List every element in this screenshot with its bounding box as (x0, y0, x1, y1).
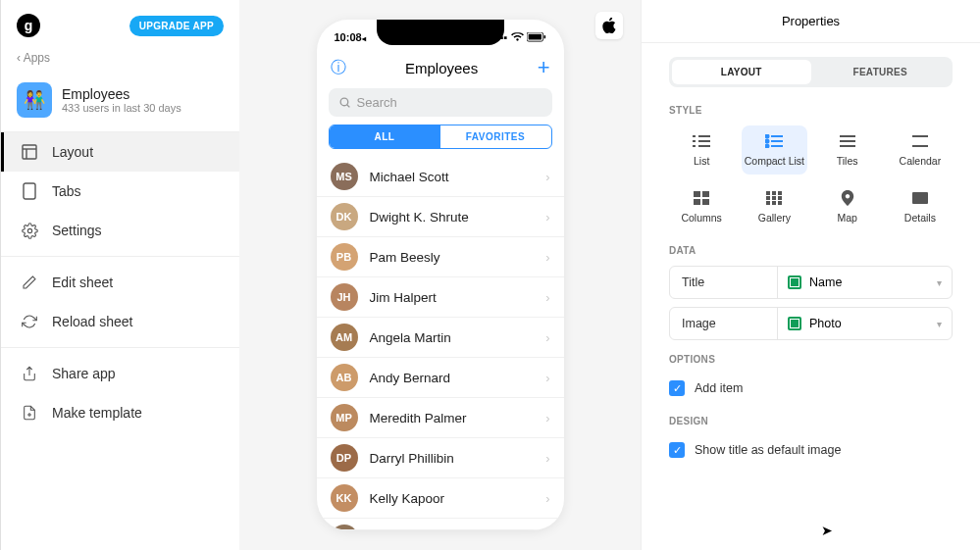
edit-sheet[interactable]: Edit sheet (1, 263, 239, 302)
search-placeholder: Search (357, 95, 397, 110)
style-icon (838, 190, 857, 206)
style-label: List (694, 155, 709, 167)
data-field-image[interactable]: ImagePhoto▾ (669, 307, 953, 340)
list-item[interactable]: JHJim Halpert› (317, 277, 564, 318)
employee-name: Darryl Phillibin (370, 451, 535, 466)
section-design: DESIGN (669, 416, 953, 426)
style-label: Details (904, 212, 936, 224)
upgrade-button[interactable]: UPGRADE APP (129, 16, 224, 36)
section-style: STYLE (669, 105, 953, 116)
svg-rect-33 (694, 191, 700, 197)
nav-tabs[interactable]: Tabs (1, 172, 239, 211)
style-label: Calendar (900, 155, 942, 167)
svg-rect-0 (23, 145, 36, 159)
chevron-right-icon: › (545, 210, 549, 225)
svg-point-10 (340, 98, 348, 106)
segment-all[interactable]: ALL (330, 125, 440, 148)
back-to-apps[interactable]: ‹ Apps (1, 43, 239, 76)
svg-rect-44 (772, 201, 776, 205)
style-compact-list[interactable]: Compact List (742, 125, 806, 175)
chevron-right-icon: › (545, 411, 549, 425)
reload-sheet[interactable]: Reload sheet (1, 302, 239, 341)
svg-rect-45 (778, 201, 782, 205)
segment-favorites[interactable]: FAVORITES (440, 125, 551, 148)
nav-settings[interactable]: Settings (1, 211, 239, 250)
employee-name: Meredith Palmer (370, 411, 535, 425)
style-tiles[interactable]: Tiles (815, 125, 880, 175)
list-item[interactable]: MPMeredith Palmer› (317, 398, 564, 438)
style-gallery[interactable]: Gallery (742, 182, 806, 231)
screen-title: Employees (405, 60, 478, 76)
employee-name: Angela Martin (370, 330, 535, 345)
app-card[interactable]: 👫 Employees 433 users in last 30 days (1, 76, 239, 131)
employee-list: MSMichael Scott›DKDwight K. Shrute›PBPam… (317, 157, 564, 529)
svg-rect-38 (772, 191, 776, 195)
phone-preview: 10:08◂ ▪▪▪▪ ⓘ Employees + Search ALL FAV… (317, 20, 564, 530)
style-calendar[interactable]: Calendar (888, 125, 953, 175)
checkbox-icon[interactable]: ✓ (669, 380, 685, 396)
svg-rect-3 (24, 183, 35, 199)
wifi-icon (511, 32, 524, 42)
employee-name: Jim Halpert (370, 290, 535, 305)
platform-apple-button[interactable] (595, 12, 623, 39)
style-label: Map (837, 212, 856, 224)
layout-icon (21, 143, 38, 161)
section-options: OPTIONS (669, 354, 953, 365)
search-input[interactable]: Search (329, 88, 552, 117)
svg-rect-43 (766, 201, 770, 205)
list-item[interactable]: ABAndy Bernard› (317, 358, 564, 398)
list-item[interactable]: CBCreed Bratton› (317, 519, 564, 529)
list-item[interactable]: AMAngela Martin› (317, 318, 564, 358)
svg-rect-42 (778, 196, 782, 200)
svg-point-26 (766, 145, 769, 148)
preview-area: 10:08◂ ▪▪▪▪ ⓘ Employees + Search ALL FAV… (239, 0, 641, 550)
nav-layout[interactable]: Layout (1, 132, 239, 172)
svg-rect-36 (702, 199, 709, 205)
sidebar: g UPGRADE APP ‹ Apps 👫 Employees 433 use… (0, 0, 239, 550)
list-item[interactable]: DKDwight K. Shrute› (317, 197, 564, 237)
option-add-item[interactable]: ✓ Add item (669, 375, 953, 402)
list-item[interactable]: PBPam Beesly› (317, 237, 564, 277)
svg-rect-46 (912, 192, 928, 204)
style-label: Columns (681, 212, 721, 224)
chevron-right-icon: › (545, 330, 549, 345)
info-icon[interactable]: ⓘ (331, 58, 346, 78)
svg-point-4 (27, 228, 31, 232)
style-details[interactable]: Details (888, 182, 953, 231)
style-columns[interactable]: Columns (669, 182, 734, 231)
list-item[interactable]: MSMichael Scott› (317, 157, 564, 197)
logo[interactable]: g (17, 14, 40, 37)
list-item[interactable]: KKKelly Kapoor› (317, 478, 564, 519)
segment-control[interactable]: ALL FAVORITES (329, 125, 552, 149)
style-list[interactable]: List (669, 125, 734, 175)
svg-rect-34 (702, 191, 709, 197)
data-field-title[interactable]: TitleName▾ (669, 266, 953, 299)
employee-name: Andy Bernard (370, 371, 535, 385)
style-map[interactable]: Map (815, 182, 880, 231)
status-time: 10:08◂ (335, 31, 366, 43)
properties-tabs: LAYOUT FEATURES (669, 57, 953, 87)
svg-rect-41 (772, 196, 776, 200)
app-subtitle: 433 users in last 30 days (62, 102, 181, 114)
tab-layout[interactable]: LAYOUT (672, 60, 811, 84)
style-grid: ListCompact ListTilesCalendarColumnsGall… (669, 125, 953, 231)
add-icon[interactable]: + (538, 55, 550, 80)
tab-features[interactable]: FEATURES (811, 60, 951, 84)
sheets-icon (788, 275, 801, 289)
avatar: DK (331, 203, 358, 230)
checkbox-icon[interactable]: ✓ (669, 442, 685, 458)
share-app[interactable]: Share app (1, 354, 239, 393)
avatar: MS (331, 163, 358, 190)
chevron-down-icon: ▾ (937, 277, 942, 288)
avatar: CB (331, 525, 358, 529)
make-template[interactable]: Make template (1, 393, 239, 432)
svg-rect-39 (778, 191, 782, 195)
svg-point-22 (766, 135, 769, 138)
option-show-title[interactable]: ✓ Show title as default image (669, 436, 953, 464)
chevron-right-icon: › (545, 451, 549, 466)
search-icon (338, 96, 351, 109)
employee-name: Pam Beesly (370, 250, 535, 265)
svg-line-11 (346, 105, 349, 108)
list-item[interactable]: DPDarryl Phillibin› (317, 438, 564, 478)
field-label: Image (670, 308, 778, 339)
